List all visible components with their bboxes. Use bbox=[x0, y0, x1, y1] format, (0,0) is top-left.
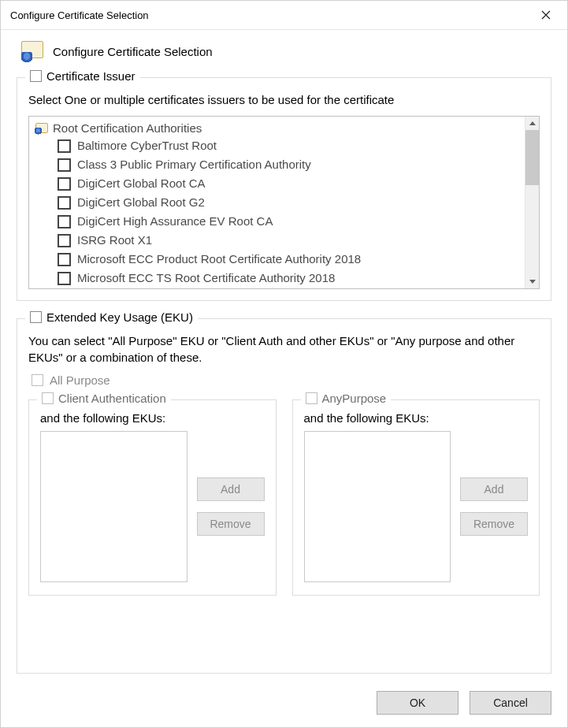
scroll-thumb[interactable] bbox=[525, 130, 539, 185]
any-purpose-legend-label: AnyPurpose bbox=[322, 392, 387, 405]
tree-item[interactable]: DigiCert Global Root CA bbox=[58, 174, 522, 193]
tree-item-label: ISRG Root X1 bbox=[77, 232, 152, 249]
tree-item-label: Microsoft ECC TS Root Certificate Author… bbox=[77, 269, 335, 287]
scroll-track[interactable] bbox=[525, 185, 539, 275]
tree-item-checkbox[interactable] bbox=[58, 234, 71, 247]
eku-columns: Client Authentication and the following … bbox=[28, 392, 540, 596]
all-purpose-checkbox[interactable] bbox=[32, 374, 43, 386]
page-title: Configure Certificate Selection bbox=[53, 45, 213, 58]
scroll-down-icon[interactable] bbox=[525, 275, 539, 288]
client-auth-add-button[interactable]: Add bbox=[197, 477, 265, 501]
cancel-button[interactable]: Cancel bbox=[470, 691, 551, 715]
client-auth-group: Client Authentication and the following … bbox=[28, 399, 277, 596]
eku-group: Extended Key Usage (EKU) You can select … bbox=[17, 318, 551, 674]
tree-root-label: Root Certification Authorities bbox=[53, 121, 202, 135]
any-purpose-legend: AnyPurpose bbox=[301, 392, 392, 405]
client-auth-inner: Add Remove bbox=[40, 431, 265, 582]
tree-item-checkbox[interactable] bbox=[58, 272, 71, 285]
client-auth-legend-label: Client Authentication bbox=[58, 392, 166, 405]
titlebar: Configure Certificate Selection bbox=[1, 1, 567, 30]
tree-item[interactable]: Baltimore CyberTrust Root bbox=[58, 136, 522, 155]
certificate-issuer-legend-label: Certificate Issuer bbox=[46, 69, 136, 83]
client-auth-legend: Client Authentication bbox=[37, 392, 171, 405]
tree-item-checkbox[interactable] bbox=[58, 196, 71, 210]
certificate-issuer-legend: Certificate Issuer bbox=[25, 69, 140, 83]
tree-item-label: DigiCert High Assurance EV Root CA bbox=[77, 213, 273, 230]
client-auth-remove-button[interactable]: Remove bbox=[197, 512, 265, 536]
tree-root[interactable]: Root Certification Authorities bbox=[32, 120, 522, 136]
tree-item-checkbox[interactable] bbox=[58, 158, 71, 172]
any-purpose-checkbox[interactable] bbox=[306, 392, 317, 404]
issuer-tree: Root Certification Authorities Baltimore… bbox=[28, 116, 540, 289]
tree-item[interactable]: Microsoft ECC Product Root Certificate A… bbox=[58, 250, 522, 269]
tree-item-label: Baltimore CyberTrust Root bbox=[77, 137, 217, 154]
eku-legend-label: Extended Key Usage (EKU) bbox=[46, 310, 193, 324]
any-purpose-buttons: Add Remove bbox=[460, 431, 528, 582]
scrollbar[interactable] bbox=[525, 117, 539, 288]
tree-item-label: DigiCert Global Root CA bbox=[77, 175, 206, 192]
certificate-issuer-group: Certificate Issuer Select One or multipl… bbox=[17, 77, 551, 301]
ok-button[interactable]: OK bbox=[377, 691, 458, 715]
any-purpose-list[interactable] bbox=[304, 431, 451, 582]
client-auth-column: Client Authentication and the following … bbox=[28, 392, 277, 596]
tree-item[interactable]: Class 3 Public Primary Certification Aut… bbox=[58, 155, 522, 174]
dialog-window: Configure Certificate Selection Configur… bbox=[0, 0, 568, 728]
any-purpose-remove-button[interactable]: Remove bbox=[460, 512, 528, 536]
tree-item-checkbox[interactable] bbox=[58, 215, 71, 228]
client-auth-buttons: Add Remove bbox=[197, 431, 265, 582]
dialog-footer: OK Cancel bbox=[1, 680, 567, 727]
page-header: Configure Certificate Selection bbox=[17, 39, 551, 63]
tree-item-checkbox[interactable] bbox=[58, 139, 71, 153]
any-purpose-inner: Add Remove bbox=[304, 431, 529, 582]
any-purpose-group: AnyPurpose and the following EKUs: Add R… bbox=[292, 399, 540, 596]
certificate-icon bbox=[34, 122, 48, 135]
eku-description: You can select "All Purpose" EKU or "Cli… bbox=[28, 333, 540, 366]
any-purpose-sublabel: and the following EKUs: bbox=[304, 411, 529, 425]
tree-children: Baltimore CyberTrust Root Class 3 Public… bbox=[32, 136, 522, 288]
any-purpose-add-button[interactable]: Add bbox=[460, 477, 528, 501]
tree-item[interactable]: ISRG Root X1 bbox=[58, 231, 522, 250]
certificate-issuer-checkbox[interactable] bbox=[30, 70, 42, 82]
certificate-issuer-description: Select One or multiple certificates issu… bbox=[28, 92, 540, 108]
client-auth-sublabel: and the following EKUs: bbox=[40, 411, 265, 425]
tree-item[interactable]: DigiCert Global Root G2 bbox=[58, 193, 522, 212]
scroll-up-icon[interactable] bbox=[525, 117, 539, 130]
all-purpose-row: All Purpose bbox=[32, 373, 540, 387]
tree-item-checkbox[interactable] bbox=[58, 253, 71, 266]
tree-item-label: Microsoft ECC Product Root Certificate A… bbox=[77, 251, 361, 268]
tree-item-label: Class 3 Public Primary Certification Aut… bbox=[77, 156, 311, 173]
tree-item[interactable]: DigiCert High Assurance EV Root CA bbox=[58, 212, 522, 231]
tree-item[interactable]: Microsoft ECC TS Root Certificate Author… bbox=[58, 269, 522, 288]
any-purpose-column: AnyPurpose and the following EKUs: Add R… bbox=[292, 392, 540, 596]
eku-legend: Extended Key Usage (EKU) bbox=[25, 310, 198, 324]
tree-item-label: DigiCert Global Root G2 bbox=[77, 194, 205, 211]
eku-checkbox[interactable] bbox=[30, 311, 42, 323]
certificate-icon bbox=[18, 39, 45, 63]
issuer-tree-content[interactable]: Root Certification Authorities Baltimore… bbox=[29, 117, 525, 288]
tree-item-checkbox[interactable] bbox=[58, 177, 71, 191]
window-title: Configure Certificate Selection bbox=[10, 9, 528, 21]
close-button[interactable] bbox=[528, 1, 564, 29]
dialog-body: Configure Certificate Selection Certific… bbox=[1, 30, 567, 680]
all-purpose-label: All Purpose bbox=[50, 373, 110, 387]
client-auth-list[interactable] bbox=[40, 431, 187, 582]
client-auth-checkbox[interactable] bbox=[42, 392, 54, 404]
